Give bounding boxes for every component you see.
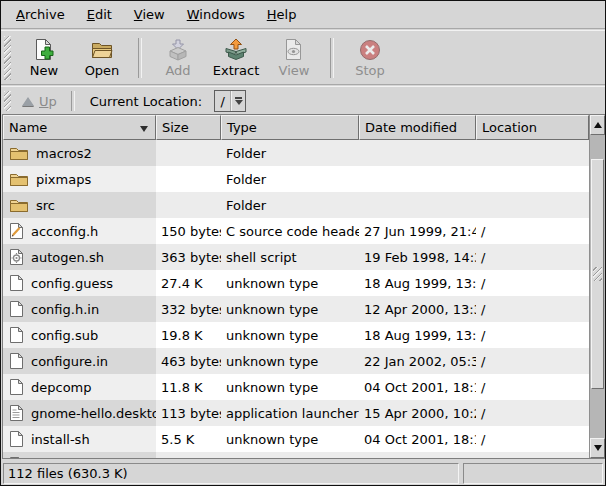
toolbar: New Open Add <box>1 30 605 85</box>
table-row-autogen-sh[interactable]: autogen.sh 363 bytes shell script 19 Feb… <box>3 244 589 270</box>
column-header-location-label: Location <box>482 120 537 135</box>
table-row-pixmaps[interactable]: pixmaps Folder <box>3 166 589 192</box>
location-bar: Up Current Location: / <box>1 86 605 115</box>
scroll-down-arrow-icon <box>594 445 602 451</box>
status-progress-frame <box>463 463 603 484</box>
plain-file-icon <box>9 378 24 396</box>
column-header-name[interactable]: Name <box>3 115 156 140</box>
type-cell: C source code header <box>221 218 359 244</box>
add-files-icon <box>166 37 190 63</box>
location-cell: / <box>476 400 589 426</box>
type-cell: unknown type <box>221 270 359 296</box>
column-header-date-modified[interactable]: Date modified <box>359 115 476 140</box>
open-archive-icon <box>90 37 114 63</box>
location-combo[interactable]: / <box>214 90 246 112</box>
table-row-src[interactable]: src Folder <box>3 192 589 218</box>
name-cell: pixmaps <box>3 166 156 192</box>
menu-help[interactable]: Help <box>256 4 308 25</box>
location-combo-value: / <box>215 91 231 111</box>
type-cell: unknown type <box>221 426 359 452</box>
new-button-label: New <box>30 64 58 78</box>
view-button-label: View <box>279 64 310 78</box>
add-button-label: Add <box>165 64 190 78</box>
up-arrow-icon <box>22 97 34 106</box>
size-cell: 19.8 K <box>156 322 221 348</box>
view-file-icon <box>282 37 306 63</box>
location-cell <box>476 140 589 166</box>
menu-archive-label: Archive <box>16 7 65 22</box>
size-cell <box>156 452 221 458</box>
table-row-acconfig-h[interactable]: acconfig.h 150 bytes C source code heade… <box>3 218 589 244</box>
partial-table-row <box>3 452 589 458</box>
vertical-scrollbar[interactable] <box>589 115 605 458</box>
size-cell: 463 bytes <box>156 348 221 374</box>
name-cell: src <box>3 192 156 218</box>
location-cell: / <box>476 348 589 374</box>
plain-file-icon <box>9 274 24 292</box>
extract-button[interactable]: Extract <box>207 35 265 80</box>
menu-bar: Archive Edit View Windows Help <box>1 1 605 29</box>
date-cell: 18 Aug 1999, 13:53 <box>359 270 476 296</box>
location-cell <box>476 166 589 192</box>
menu-help-label: Help <box>267 7 297 22</box>
table-row-config-h-in[interactable]: config.h.in 332 bytes unknown type 12 Ap… <box>3 296 589 322</box>
type-cell: unknown type <box>221 322 359 348</box>
scrollbar-thumb[interactable] <box>591 159 604 389</box>
open-button[interactable]: Open <box>73 35 131 80</box>
table-row-configure-in[interactable]: configure.in 463 bytes unknown type 22 J… <box>3 348 589 374</box>
launcher-file-icon <box>9 404 24 422</box>
plain-file-icon <box>9 352 24 370</box>
date-cell: 15 Apr 2000, 10:21 <box>359 400 476 426</box>
scroll-down-button[interactable] <box>590 438 605 458</box>
sort-indicator-icon <box>140 126 148 132</box>
size-cell: 363 bytes <box>156 244 221 270</box>
open-button-label: Open <box>85 64 120 78</box>
scroll-up-button[interactable] <box>590 115 605 135</box>
type-cell: unknown type <box>221 296 359 322</box>
up-button-label: Up <box>39 94 57 109</box>
type-cell: Folder <box>221 192 359 218</box>
menu-view-label: View <box>134 7 165 22</box>
column-header-type-label: Type <box>227 120 257 135</box>
table-row-gnome-hello-desktop[interactable]: gnome-hello.desktop 113 bytes applicatio… <box>3 400 589 426</box>
scrollbar-grip-icon <box>593 267 602 281</box>
toolbar-grip-handle[interactable] <box>4 36 11 80</box>
location-cell: / <box>476 270 589 296</box>
name-cell: depcomp <box>3 374 156 400</box>
size-cell <box>156 166 221 192</box>
table-row-macros2[interactable]: macros2 Folder <box>3 140 589 166</box>
table-row-config-guess[interactable]: config.guess 27.4 K unknown type 18 Aug … <box>3 270 589 296</box>
file-name: acconfig.h <box>31 224 98 239</box>
menu-archive[interactable]: Archive <box>5 4 76 25</box>
column-header-type[interactable]: Type <box>221 115 359 140</box>
file-list-body: macros2 Folder pixmaps Folder <box>3 140 589 458</box>
location-cell: / <box>476 322 589 348</box>
location-cell: / <box>476 426 589 452</box>
plain-file-icon <box>9 430 24 448</box>
scroll-up-arrow-icon <box>594 122 602 128</box>
type-cell: shell script <box>221 244 359 270</box>
plain-file-icon <box>9 456 24 458</box>
menu-windows[interactable]: Windows <box>176 4 256 25</box>
file-name: install-sh <box>31 432 90 447</box>
location-bar-grip-handle[interactable] <box>4 91 11 111</box>
name-cell: config.h.in <box>3 296 156 322</box>
plain-file-icon <box>9 326 24 344</box>
file-name: autogen.sh <box>31 250 104 265</box>
table-row-depcomp[interactable]: depcomp 11.8 K unknown type 04 Oct 2001,… <box>3 374 589 400</box>
source-file-icon <box>9 222 24 240</box>
folder-icon <box>9 197 29 214</box>
menu-view[interactable]: View <box>123 4 176 25</box>
menu-edit[interactable]: Edit <box>76 4 123 25</box>
type-cell <box>221 452 359 458</box>
column-header-location[interactable]: Location <box>476 115 589 140</box>
view-button: View <box>265 35 323 80</box>
plain-file-icon <box>9 300 24 318</box>
combo-dropdown-icon[interactable] <box>231 91 245 111</box>
table-row-install-sh[interactable]: install-sh 5.5 K unknown type 04 Oct 200… <box>3 426 589 452</box>
column-header-size[interactable]: Size <box>156 115 221 140</box>
new-button[interactable]: New <box>15 35 73 80</box>
table-row-config-sub[interactable]: config.sub 19.8 K unknown type 18 Aug 19… <box>3 322 589 348</box>
column-header-name-label: Name <box>9 120 47 135</box>
name-cell: acconfig.h <box>3 218 156 244</box>
